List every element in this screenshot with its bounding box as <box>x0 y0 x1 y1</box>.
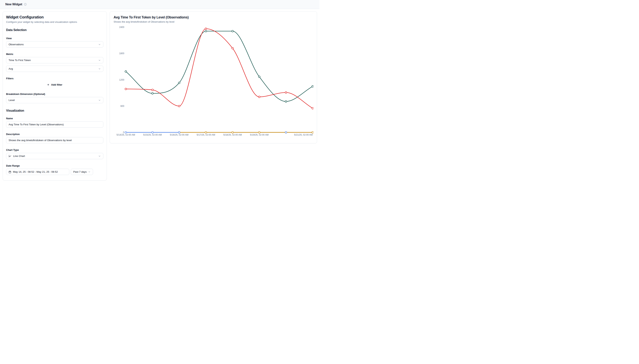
visualization-heading: Visualization <box>6 109 103 112</box>
chevron-down-icon <box>98 155 101 158</box>
y-axis-tick: 2400 <box>119 26 124 28</box>
metric-label: Metric <box>6 53 103 56</box>
metric-select[interactable]: Time To First Token <box>6 57 103 63</box>
aggregation-select[interactable]: Avg <box>6 66 103 72</box>
chart-subtitle: Shows the avg timetofirsttoken of Observ… <box>114 20 313 23</box>
add-filter-button[interactable]: Add filter <box>6 82 103 88</box>
chart-type-select[interactable]: Line Chart <box>6 153 103 159</box>
description-label: Description <box>6 133 103 136</box>
series-orange-marker <box>205 132 207 133</box>
date-preset-select[interactable]: Past 7 days <box>71 169 93 175</box>
chevron-down-icon <box>98 59 101 62</box>
y-axis-tick: 1200 <box>119 78 124 81</box>
series-red-marker <box>178 105 180 107</box>
chevron-down-icon <box>88 170 91 173</box>
chevron-down-icon <box>98 43 101 46</box>
chart-type-label: Chart Type <box>6 148 103 152</box>
x-axis-tick: 5/15/25, 02:00 AM <box>143 134 162 136</box>
series-teal-marker <box>205 30 207 32</box>
y-axis-tick: 600 <box>121 105 124 108</box>
series-orange-marker <box>258 132 260 133</box>
config-subtitle: Configure your widget by selecting data … <box>6 20 103 24</box>
series-blue-marker <box>178 132 180 133</box>
y-axis-tick: 1800 <box>119 52 124 55</box>
view-select[interactable]: Observations <box>6 41 103 48</box>
chart-type-select-value: Line Chart <box>13 154 98 158</box>
view-select-value: Observations <box>9 43 98 46</box>
name-input-value: Avg Time To First Token by Level (Observ… <box>9 123 64 126</box>
date-preset-value: Past 7 days <box>73 170 87 173</box>
x-axis-tick: 5/21/25, 02:00 AM <box>294 134 313 136</box>
metric-select-value: Time To First Token <box>9 59 98 62</box>
description-input-value: Shows the avg timetofirsttoken of Observ… <box>9 139 72 142</box>
series-teal-marker <box>178 82 180 84</box>
widget-preview-panel: Avg Time To First Token by Level (Observ… <box>110 12 317 144</box>
chevron-down-icon <box>98 99 101 102</box>
series-teal-marker <box>152 92 153 94</box>
widget-configuration-panel: Widget Configuration Configure your widg… <box>3 12 107 180</box>
breakdown-select[interactable]: Level <box>6 97 103 103</box>
page-header: New Widget <box>0 0 320 9</box>
series-teal-marker <box>312 86 314 87</box>
series-teal-marker <box>125 70 127 72</box>
series-teal-marker <box>285 100 287 102</box>
series-orange-marker <box>232 132 234 133</box>
chevron-down-icon <box>98 68 101 70</box>
chart-title: Avg Time To First Token by Level (Observ… <box>114 16 313 20</box>
x-axis-tick: 5/16/25, 02:00 AM <box>170 134 188 136</box>
plus-icon <box>47 84 50 86</box>
series-red-marker <box>125 88 127 90</box>
series-red-marker <box>285 92 287 94</box>
date-range-label: Date Range <box>6 164 103 167</box>
page-title: New Widget <box>5 3 22 6</box>
data-selection-heading: Data Selection <box>6 28 103 32</box>
line-chart-icon <box>9 154 12 158</box>
breakdown-select-value: Level <box>9 99 98 102</box>
calendar-icon <box>9 170 11 173</box>
info-icon[interactable] <box>24 3 27 6</box>
x-axis-tick: 5/14/25, 02:00 AM <box>117 134 135 136</box>
line-chart: 06001200180024005/14/25, 02:00 AM5/15/25… <box>114 25 313 140</box>
add-filter-label: Add filter <box>51 83 62 86</box>
series-red-marker <box>152 89 153 91</box>
series-blue-marker <box>285 132 287 133</box>
series-red-line <box>126 29 313 108</box>
series-red-marker <box>312 108 314 109</box>
series-red-marker <box>258 96 260 98</box>
config-title: Widget Configuration <box>6 15 103 20</box>
series-teal-marker <box>258 76 260 78</box>
date-range-value: May 14, 25 : 08:52 - May 21, 25 : 08:52 <box>13 170 58 173</box>
series-red-marker <box>205 28 207 30</box>
series-orange-marker <box>312 132 314 133</box>
series-red-marker <box>232 47 234 49</box>
series-blue-marker <box>152 132 153 133</box>
series-teal-line <box>126 31 313 102</box>
aggregation-select-value: Avg <box>9 67 98 70</box>
series-blue-marker <box>125 132 127 133</box>
x-axis-tick: 5/19/25, 02:00 AM <box>250 134 269 136</box>
description-input[interactable]: Shows the avg timetofirsttoken of Observ… <box>6 137 103 144</box>
view-label: View <box>6 37 103 40</box>
breakdown-label: Breakdown Dimension (Optional) <box>6 92 103 96</box>
filters-label: Filters <box>6 77 103 80</box>
name-input[interactable]: Avg Time To First Token by Level (Observ… <box>6 121 103 128</box>
x-axis-tick: 5/18/25, 02:00 AM <box>223 134 242 136</box>
y-axis-tick: 0 <box>123 131 124 134</box>
line-chart-svg: 06001200180024005/14/25, 02:00 AM5/15/25… <box>114 25 313 140</box>
series-teal-marker <box>232 30 234 32</box>
date-range-button[interactable]: May 14, 25 : 08:52 - May 21, 25 : 08:52 <box>6 169 69 175</box>
name-label: Name <box>6 117 103 120</box>
x-axis-tick: 5/17/25, 02:00 AM <box>197 134 215 136</box>
